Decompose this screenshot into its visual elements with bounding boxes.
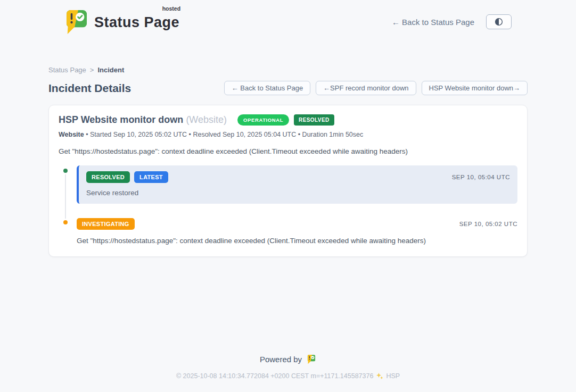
powered-by[interactable]: Powered by bbox=[0, 354, 576, 364]
header-back-link[interactable]: ← Back to Status Page bbox=[392, 18, 474, 27]
half-circle-theme-icon bbox=[495, 18, 503, 26]
incident-meta-details: • Started Sep 10, 2025 05:02 UTC • Resol… bbox=[84, 131, 364, 138]
incident-component: (Website) bbox=[186, 114, 227, 125]
incident-card: HSP Website monitor down (Website) OPERA… bbox=[48, 105, 528, 257]
timeline-dot-wrap bbox=[59, 218, 72, 245]
copyright-brand: HSP bbox=[386, 372, 400, 380]
resolved-state-badge: RESOLVED bbox=[294, 114, 334, 126]
theme-toggle-button[interactable] bbox=[486, 14, 512, 29]
breadcrumb-separator: > bbox=[90, 66, 94, 74]
resolved-badge: RESOLVED bbox=[86, 171, 130, 183]
powered-by-label: Powered by bbox=[260, 355, 302, 364]
incident-nav-buttons: ← Back to Status Page ←SPF record monito… bbox=[224, 81, 528, 95]
back-to-status-page-button[interactable]: ← Back to Status Page bbox=[224, 81, 310, 95]
previous-incident-button[interactable]: ←SPF record monitor down bbox=[316, 81, 416, 95]
orange-status-dot-icon bbox=[62, 219, 69, 226]
timeline-entry-highlighted-box: RESOLVED LATEST SEP 10, 05:04 UTC Servic… bbox=[77, 165, 517, 204]
latest-badge: LATEST bbox=[134, 171, 168, 183]
footer: Powered by © 2025-10-08 14:10:34.772084 … bbox=[0, 354, 576, 392]
incident-meta-component: Website bbox=[59, 131, 84, 138]
green-status-dot-icon bbox=[62, 167, 69, 174]
timeline-entry-resolved: RESOLVED LATEST SEP 10, 05:04 UTC Servic… bbox=[59, 165, 517, 204]
investigating-badge: INVESTIGATING bbox=[77, 218, 135, 230]
timeline-message: Service restored bbox=[86, 189, 510, 197]
incident-meta: Website • Started Sep 10, 2025 05:02 UTC… bbox=[59, 131, 517, 138]
brand-logo-icon bbox=[64, 9, 89, 35]
incident-description: Get "https://hostedstatus.page": context… bbox=[59, 147, 517, 155]
main-content: Status Page>Incident Incident Details ← … bbox=[48, 66, 528, 257]
timeline-timestamp: SEP 10, 05:02 UTC bbox=[459, 221, 517, 227]
incident-timeline: RESOLVED LATEST SEP 10, 05:04 UTC Servic… bbox=[59, 165, 517, 245]
brand-name: Status Page bbox=[94, 14, 179, 30]
page-title: Incident Details bbox=[48, 82, 131, 95]
brand-hosted-label: hosted bbox=[162, 5, 180, 12]
header: hosted Status Page ← Back to Status Page bbox=[0, 0, 576, 35]
copyright-line: © 2025-10-08 14:10:34.772084 +0200 CEST … bbox=[0, 372, 576, 392]
breadcrumb-root[interactable]: Status Page bbox=[48, 66, 86, 74]
breadcrumb: Status Page>Incident bbox=[48, 66, 528, 74]
timeline-message: Get "https://hostedstatus.page": context… bbox=[77, 237, 517, 245]
operational-status-badge: OPERATIONAL bbox=[237, 114, 289, 126]
copyright-text: © 2025-10-08 14:10:34.772084 +0200 CEST … bbox=[176, 372, 374, 380]
breadcrumb-current: Incident bbox=[97, 66, 124, 74]
brand-logo-mini-icon bbox=[307, 354, 316, 364]
timeline-timestamp: SEP 10, 05:04 UTC bbox=[452, 174, 510, 180]
timeline-entry-investigating: INVESTIGATING SEP 10, 05:02 UTC Get "htt… bbox=[59, 218, 517, 245]
sparkles-icon bbox=[376, 372, 383, 380]
next-incident-button[interactable]: HSP Website monitor down→ bbox=[422, 81, 528, 95]
incident-title: HSP Website monitor down (Website) bbox=[59, 114, 227, 126]
timeline-entry-plain: INVESTIGATING SEP 10, 05:02 UTC Get "htt… bbox=[77, 218, 517, 245]
brand-logo[interactable]: hosted Status Page bbox=[64, 9, 179, 35]
timeline-dot-wrap bbox=[59, 165, 72, 204]
